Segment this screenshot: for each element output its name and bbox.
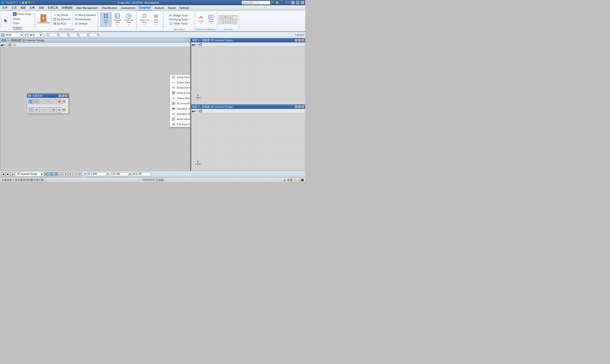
help-icon[interactable]: ❓: [280, 1, 284, 4]
z-coord[interactable]: [132, 172, 151, 176]
menu-item-connect[interactable]: 连接: [37, 5, 46, 11]
y-field[interactable]: [59, 33, 69, 37]
view-2-min[interactable]: ─: [295, 39, 297, 42]
dialog-btn-remove[interactable]: [57, 99, 62, 104]
dropdown-item-flat-asset[interactable]: Flat Asset Identification: [170, 122, 190, 127]
menu-item-data-mgmt[interactable]: Data Management: [74, 5, 100, 11]
dropdown-item-elevation-along-path[interactable]: Elevation Along Path: [170, 111, 190, 117]
tool-by-acs[interactable]: By ACS: [53, 22, 71, 26]
nav-btn-6[interactable]: 6: [68, 172, 72, 176]
nav-back[interactable]: ◀: [1, 172, 5, 176]
tool-fit-arc[interactable]: Fit Arc ▾: [196, 13, 206, 26]
tool-horizontal[interactable]: Horizontal: [74, 17, 97, 21]
dialog-btn-target[interactable]: [51, 107, 56, 112]
bell-icon[interactable]: 🔔: [276, 1, 279, 4]
y-coord[interactable]: [109, 172, 129, 176]
element-icon-3[interactable]: ◯: [228, 15, 232, 19]
element-icon-4[interactable]: ⌒: [233, 15, 237, 19]
nav-btn-2[interactable]: 2: [49, 172, 53, 176]
menu-item-export[interactable]: Export: [166, 5, 178, 11]
nav-up[interactable]: ▲: [11, 172, 15, 176]
w-field[interactable]: [80, 33, 89, 37]
tool-main-tools[interactable]: MainTools ▾: [100, 13, 111, 26]
nav-btn-8[interactable]: 8: [78, 172, 82, 176]
user-label[interactable]: 登录: [285, 1, 290, 4]
minimize-button[interactable]: ─: [291, 1, 295, 4]
nav-btn-3[interactable]: 3: [54, 172, 58, 176]
tool-load-unload[interactable]: ⬆ Load/Unload: [36, 13, 50, 26]
nav-forward[interactable]: ▶: [6, 172, 10, 176]
element-icon-5[interactable]: —: [219, 20, 223, 24]
dialog-btn-arrow-left[interactable]: [57, 107, 62, 112]
dropdown-item-breakline[interactable]: Break-line Extraction: [170, 85, 190, 90]
view-toolbar-icon-6[interactable]: 🏠: [13, 44, 16, 46]
view2-toolbar-2[interactable]: ▶: [195, 43, 196, 46]
tool-smart-cell[interactable]: Smart-CellTools ▾: [123, 13, 134, 26]
view-3-min[interactable]: ─: [295, 105, 297, 108]
dialog-btn-cursor[interactable]: [28, 107, 33, 112]
nav-btn-4[interactable]: 4: [59, 172, 63, 176]
tool-other-tools[interactable]: Other Tools ▾: [168, 22, 190, 26]
view2-toolbar-3[interactable]: 🔍: [196, 43, 199, 46]
menu-item-annotate[interactable]: 注释: [28, 5, 37, 11]
dropdown-item-extraction-by-intensity[interactable]: Extraction by Intensity: [170, 75, 190, 80]
x-field[interactable]: [49, 33, 59, 37]
menu-item-extraction[interactable]: Extraction: [137, 5, 153, 11]
dropdown-item-asset-id[interactable]: Asset Identification: [170, 117, 190, 122]
menu-item-draw[interactable]: 绘图辅助: [60, 5, 74, 11]
dialog-min-btn[interactable]: ─: [58, 94, 61, 97]
element-icon-2[interactable]: ⊡: [223, 15, 228, 19]
tool-vertical[interactable]: Vertical: [74, 22, 97, 26]
menu-item-file[interactable]: 文件: [0, 5, 10, 11]
dialog-btn-grid[interactable]: [28, 99, 33, 104]
view3-toolbar-2[interactable]: ▶: [195, 110, 196, 112]
nav-btn-1[interactable]: 1: [44, 172, 49, 176]
menu-item-view[interactable]: 视图: [19, 5, 28, 11]
dialog-btn-plus[interactable]: [34, 107, 39, 112]
menu-item-classification[interactable]: Classification: [100, 5, 119, 11]
view3-toolbar-4[interactable]: 🔲: [199, 110, 202, 112]
dialog-btn-slash[interactable]: [45, 107, 51, 112]
view-3-max[interactable]: □: [298, 105, 301, 108]
dialog-btn-rect[interactable]: [40, 99, 45, 104]
dialog-btn-minus[interactable]: [40, 107, 45, 112]
view-toolbar-icon-4[interactable]: 🔲: [8, 44, 11, 46]
element-type-select[interactable]: None: [5, 33, 24, 37]
element-icon-6[interactable]: A: [223, 20, 228, 24]
element-icon-1[interactable]: ▭: [219, 15, 223, 19]
dialog-max-btn[interactable]: □: [62, 94, 64, 97]
x-coord[interactable]: [87, 172, 106, 176]
dialog-close-btn[interactable]: ✕: [65, 94, 67, 97]
element-icon-7[interactable]: ⬡: [228, 20, 232, 24]
layer-select[interactable]: 缺省: [29, 33, 43, 37]
menu-item-assessment[interactable]: Assessment: [119, 5, 137, 11]
element-icon-8[interactable]: ∿: [233, 20, 237, 24]
dialog-btn-select-all[interactable]: [34, 99, 39, 104]
nav-btn-5[interactable]: 5: [63, 172, 68, 176]
view-2-max[interactable]: □: [298, 39, 301, 42]
dropdown-item-drape-intersections[interactable]: Drape Element to Intersections: [170, 95, 190, 101]
dialog-expand-btn[interactable]: ▼: [63, 100, 66, 103]
view-toolbar-icon-5[interactable]: ↩: [11, 44, 13, 46]
dropdown-item-elevation-grid[interactable]: Elevation Grid: [170, 106, 190, 111]
v-field[interactable]: [89, 33, 99, 37]
view-toolbar-icon-3[interactable]: 🔍: [5, 44, 8, 46]
tool-other-em[interactable]: Other ▾: [206, 13, 216, 26]
tool-piping-tools[interactable]: Piping Tools ▾: [168, 18, 190, 21]
menu-item-tools[interactable]: 实用工具: [46, 5, 60, 11]
tool-show[interactable]: Show ▾: [12, 17, 33, 21]
dialog-btn-line[interactable]: [51, 99, 56, 104]
tool-by-element[interactable]: By Element: [53, 17, 71, 21]
dialog-expand-btn-2[interactable]: ▼: [63, 108, 66, 112]
tool-bridge-tools[interactable]: Bridge Tools ▾: [168, 13, 190, 17]
view-toolbar-icon-2[interactable]: ▶: [4, 44, 5, 46]
dropdown-item-ai-ground[interactable]: AI AI Ground Extraction: [170, 101, 190, 106]
view3-toolbar-1[interactable]: 📷: [192, 110, 194, 112]
dropdown-item-road[interactable]: Road Extraction: [170, 90, 190, 95]
dialog-btn-circle[interactable]: [45, 99, 51, 104]
view-3-close[interactable]: ✕: [301, 105, 304, 108]
tool-rail[interactable]: RailTools ▾: [150, 13, 161, 26]
menu-item-home[interactable]: 主页: [10, 5, 19, 11]
view-2-close[interactable]: ✕: [301, 39, 304, 42]
tool-power-line[interactable]: Power LineTools ▾: [138, 13, 150, 26]
